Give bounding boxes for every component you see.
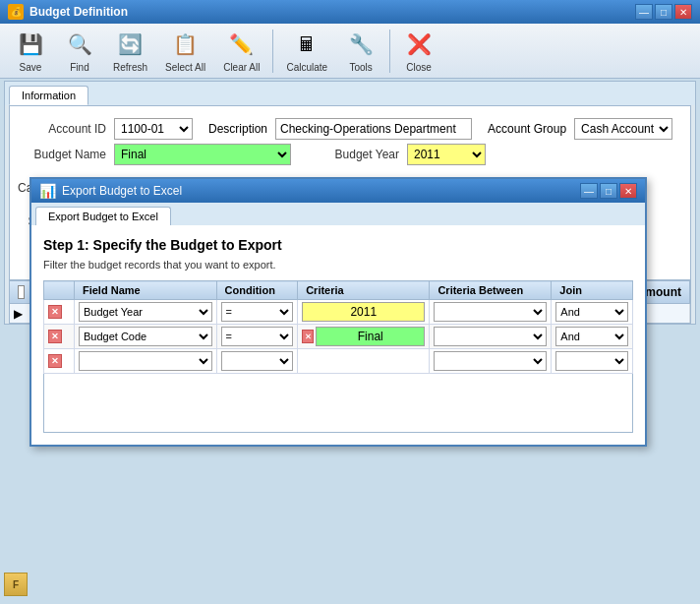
row3-join-select[interactable] (555, 351, 628, 371)
select-all-button[interactable]: 📋 Select All (158, 26, 212, 76)
toolbar-separator-2 (389, 30, 390, 73)
dialog-maximize-button[interactable]: □ (600, 183, 617, 199)
row3-field-cell (74, 349, 216, 374)
budget-name-year-row: Budget Name Final Budget Year 2011 (18, 144, 682, 171)
tools-button[interactable]: 🔧 Tools (338, 26, 383, 76)
row1-remove-button[interactable]: ✕ (48, 305, 62, 319)
row1-condition-cell: = (216, 300, 298, 325)
row3-join-cell (552, 349, 633, 374)
information-tab[interactable]: Information (9, 86, 88, 105)
row2-between-cell (430, 325, 552, 349)
budget-year-select[interactable]: 2011 (407, 144, 486, 165)
find-button[interactable]: 🔍 Find (57, 26, 102, 76)
empty-area (43, 374, 633, 433)
export-tab[interactable]: Export Budget to Excel (35, 207, 171, 225)
description-label: Description (208, 122, 267, 136)
close-button[interactable]: ✕ (674, 4, 692, 20)
row3-field-select[interactable] (79, 351, 212, 371)
step-desc: Filter the budget records that you want … (43, 259, 633, 271)
budget-name-label: Budget Name (18, 148, 106, 161)
tab-bar: Information (5, 82, 695, 105)
dialog-title: Export Budget to Excel (62, 184, 182, 198)
row3-between-cell (430, 349, 552, 374)
budget-name-select[interactable]: Final (114, 144, 291, 165)
save-button[interactable]: 💾 Save (8, 26, 53, 76)
row3-remove-cell: ✕ (44, 349, 75, 374)
row1-criteria-cell: 2011 (298, 300, 430, 325)
account-row: Account ID 1100-01 Description Account G… (18, 114, 682, 144)
row2-field-select[interactable]: Budget Code (79, 327, 212, 346)
table-row: ✕ Budget Code = (44, 325, 633, 349)
row3-condition-select[interactable] (221, 351, 294, 371)
close-toolbar-button[interactable]: ❌ Close (396, 26, 441, 76)
window-title: Budget Definition (29, 5, 128, 19)
row3-remove-button[interactable]: ✕ (48, 354, 62, 368)
th-criteria-between: Criteria Between (430, 281, 552, 300)
budget-year-label: Budget Year (311, 148, 399, 161)
refresh-button[interactable]: 🔄 Refresh (106, 26, 154, 76)
th-remove (44, 281, 75, 300)
row2-criteria-cell: ✕ Final (298, 325, 430, 349)
account-id-select[interactable]: 1100-01 (114, 118, 193, 140)
main-window: 💰 Budget Definition — □ ✕ 💾 Save 🔍 Find … (0, 0, 700, 604)
export-dialog: 📊 Export Budget to Excel — □ ✕ Export Bu… (29, 177, 647, 447)
row1-join-select[interactable]: And (555, 302, 628, 322)
tools-label: Tools (349, 62, 372, 73)
row2-remove-cell: ✕ (44, 325, 75, 349)
refresh-icon: 🔄 (115, 29, 146, 60)
row1-criteria-value[interactable]: 2011 (302, 302, 425, 322)
th-field-name: Field Name (74, 281, 216, 300)
maximize-button[interactable]: □ (655, 4, 672, 20)
export-table: Field Name Condition Criteria Criteria B… (43, 280, 633, 374)
find-icon: 🔍 (64, 29, 95, 60)
bottom-icon: F (4, 573, 28, 596)
row3-between-select[interactable] (434, 351, 547, 371)
description-input[interactable] (275, 118, 472, 140)
row2-remove-button[interactable]: ✕ (48, 330, 62, 343)
window-controls: — □ ✕ (635, 4, 692, 20)
budget-year-row: Budget Year 2011 (311, 144, 486, 165)
row1-condition-select[interactable]: = (221, 302, 294, 322)
row2-condition-cell: = (216, 325, 298, 349)
dialog-minimize-button[interactable]: — (580, 183, 598, 199)
calculate-label: Calculate (286, 62, 327, 73)
clear-all-button[interactable]: ✏️ Clear All (216, 26, 266, 76)
calculate-icon: 🖩 (291, 29, 322, 60)
row2-join-cell: And (552, 325, 633, 349)
row2-criteria-value[interactable]: Final (316, 327, 425, 346)
select-all-checkbox[interactable] (18, 285, 25, 299)
row2-join-select[interactable]: And (555, 327, 628, 346)
account-group-label: Account Group (488, 122, 566, 136)
row2-between-select[interactable] (434, 327, 547, 346)
row3-criteria-cell (298, 349, 430, 374)
budget-name-row: Budget Name Final (18, 144, 291, 165)
th-join: Join (552, 281, 633, 300)
clear-all-label: Clear All (223, 62, 260, 73)
dialog-title-bar: 📊 Export Budget to Excel — □ ✕ (31, 179, 645, 203)
row2-criteria-clear[interactable]: ✕ (302, 330, 314, 343)
clear-all-icon: ✏️ (226, 29, 258, 60)
dialog-controls: — □ ✕ (580, 183, 637, 199)
find-label: Find (70, 62, 88, 73)
tools-icon: 🔧 (345, 29, 377, 60)
row1-field-select[interactable]: Budget Year (79, 302, 212, 322)
step-title: Step 1: Specify the Budget to Export (43, 237, 633, 253)
row1-remove-cell: ✕ (44, 300, 75, 325)
minimize-button[interactable]: — (635, 4, 653, 20)
row1-join-cell: And (552, 300, 633, 325)
row2-field-cell: Budget Code (74, 325, 216, 349)
title-bar: 💰 Budget Definition — □ ✕ (0, 0, 700, 24)
table-header-row: Field Name Condition Criteria Criteria B… (44, 281, 633, 300)
save-label: Save (20, 62, 42, 73)
row2-condition-select[interactable]: = (221, 327, 294, 346)
table-row: ✕ (44, 349, 633, 374)
calculate-button[interactable]: 🖩 Calculate (279, 26, 334, 76)
dialog-close-button[interactable]: ✕ (619, 183, 637, 199)
app-icon: 💰 (8, 4, 24, 20)
close-toolbar-label: Close (406, 62, 432, 73)
toolbar: 💾 Save 🔍 Find 🔄 Refresh 📋 Select All ✏️ … (0, 24, 700, 79)
row1-between-cell (430, 300, 552, 325)
account-group-select[interactable]: Cash Accounts (574, 118, 672, 140)
row1-between-select[interactable] (434, 302, 547, 322)
dialog-icon: 📊 (39, 183, 56, 199)
